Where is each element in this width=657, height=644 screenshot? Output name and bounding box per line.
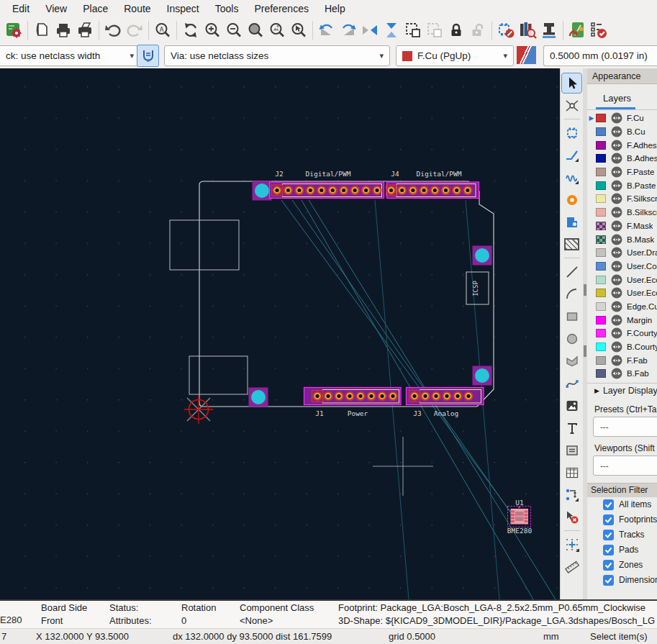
search-footprints-button[interactable]: [517, 19, 538, 41]
pad[interactable]: [456, 394, 460, 398]
pad[interactable]: [370, 394, 373, 398]
layer-row-b-adhesive[interactable]: B.Adhesive: [587, 152, 657, 165]
menu-route[interactable]: Route: [116, 1, 158, 16]
rotate-cw-button[interactable]: [337, 19, 359, 41]
pad[interactable]: [320, 189, 323, 192]
layer-row-f-paste[interactable]: F.Paste: [587, 165, 657, 179]
add-image-tool-button[interactable]: [562, 396, 581, 415]
zoom-selection-button[interactable]: [288, 19, 309, 41]
layer-color-swatch[interactable]: [596, 329, 606, 337]
zoom-fit-button[interactable]: [245, 19, 266, 41]
visibility-eye-icon[interactable]: [611, 140, 622, 151]
pad[interactable]: [359, 394, 363, 398]
pad[interactable]: [391, 394, 395, 398]
layer-row-user-comments[interactable]: User.Comments: [587, 260, 657, 273]
visibility-eye-icon[interactable]: [611, 341, 622, 353]
layer-pair-indicator[interactable]: [517, 46, 536, 64]
layer-row-f-fab[interactable]: F.Fab: [587, 353, 657, 367]
pad[interactable]: [455, 189, 458, 192]
pad[interactable]: [381, 394, 384, 398]
draw-rectangle-tool-button[interactable]: [562, 307, 581, 326]
pad[interactable]: [297, 189, 301, 192]
layer-color-swatch[interactable]: [596, 369, 606, 378]
pad[interactable]: [466, 189, 469, 192]
drc-button[interactable]: [588, 19, 610, 41]
pad[interactable]: [353, 189, 357, 192]
layer-color-swatch[interactable]: [596, 343, 606, 351]
visibility-eye-icon[interactable]: [611, 220, 622, 232]
visibility-eye-icon[interactable]: [611, 260, 622, 272]
menu-preferences[interactable]: Preferences: [246, 1, 316, 16]
pad[interactable]: [276, 189, 279, 192]
find-button[interactable]: A: [152, 19, 173, 41]
footprint-u1[interactable]: [508, 507, 531, 527]
copy-button[interactable]: [31, 19, 53, 41]
ungroup-button[interactable]: [424, 19, 445, 41]
visibility-eye-icon[interactable]: [611, 180, 622, 191]
pad[interactable]: [444, 189, 448, 192]
visibility-eye-icon[interactable]: [611, 193, 622, 204]
layer-color-swatch[interactable]: [596, 208, 606, 217]
visibility-eye-icon[interactable]: [611, 112, 622, 124]
checkbox-checked[interactable]: [603, 530, 614, 540]
grid-select[interactable]: 0.5000 mm (0.0197 in): [543, 45, 657, 66]
layer-color-swatch[interactable]: [596, 154, 606, 163]
visibility-eye-icon[interactable]: [611, 274, 622, 286]
scrollbar-thumb[interactable]: [584, 345, 586, 357]
layer-color-swatch[interactable]: [596, 127, 606, 136]
visibility-eye-icon[interactable]: [611, 368, 622, 379]
pad[interactable]: [413, 394, 417, 398]
visibility-eye-icon[interactable]: [611, 234, 622, 245]
add-table-tool-button[interactable]: [562, 463, 581, 482]
local-ratsnest-tool-button[interactable]: [562, 96, 581, 115]
layer-row-b-cu[interactable]: B.Cu: [587, 125, 657, 139]
redo-button[interactable]: [124, 19, 145, 41]
pad[interactable]: [327, 394, 330, 398]
refresh-button[interactable]: [180, 19, 201, 41]
layer-display-section[interactable]: ▶ Layer Display: [587, 383, 657, 398]
menu-view[interactable]: View: [37, 1, 75, 16]
lock-button[interactable]: [445, 19, 467, 41]
visibility-eye-icon[interactable]: [611, 153, 622, 164]
flip-horizontal-button[interactable]: [359, 19, 381, 41]
visibility-eye-icon[interactable]: [611, 166, 622, 178]
update-pcb-button[interactable]: [566, 19, 588, 41]
pad[interactable]: [411, 189, 414, 192]
menu-edit[interactable]: Edit: [4, 1, 37, 16]
pcb-canvas[interactable]: ICSP J2 Digital/PWM: [0, 68, 560, 599]
delete-tool-button[interactable]: [562, 507, 581, 527]
pad[interactable]: [309, 189, 312, 192]
checkbox-checked[interactable]: [603, 499, 614, 510]
layer-color-swatch[interactable]: [596, 181, 606, 190]
tab-layers[interactable]: Layers: [587, 89, 641, 109]
layer-color-swatch[interactable]: [596, 316, 606, 325]
draw-bezier-tool-button[interactable]: [562, 373, 581, 393]
layer-row-b-courtyard[interactable]: B.Courtyard: [587, 340, 657, 354]
pad[interactable]: [286, 189, 290, 192]
draw-arc-tool-button[interactable]: [562, 284, 581, 304]
layer-row-f-adhesive[interactable]: F.Adhesive: [587, 138, 657, 152]
zoom-in-button[interactable]: [201, 19, 223, 41]
viewports-select[interactable]: ---: [593, 455, 657, 476]
layer-row-f-cu[interactable]: ▶F.Cu: [587, 112, 657, 125]
board-setup-button[interactable]: [3, 19, 24, 41]
print-button[interactable]: [53, 19, 74, 41]
tune-length-tool-button[interactable]: [562, 168, 581, 187]
layer-row-edge-cuts[interactable]: Edge.Cuts: [587, 300, 657, 314]
pad[interactable]: [433, 189, 437, 192]
pad[interactable]: [435, 394, 438, 398]
via-size-select[interactable]: Via: use netclass sizes ▾: [164, 45, 390, 66]
layer-row-f-courtyard[interactable]: F.Courtyard: [587, 327, 657, 340]
menu-help[interactable]: Help: [317, 1, 353, 16]
visibility-eye-icon[interactable]: [611, 314, 622, 326]
pad-stack-button[interactable]: [538, 19, 560, 41]
grid-origin-tool-button[interactable]: [562, 535, 581, 554]
measure-tool-button[interactable]: [562, 557, 581, 576]
checkbox-checked[interactable]: [603, 560, 614, 571]
scrollbar-thumb[interactable]: [584, 284, 586, 296]
layer-color-swatch[interactable]: [596, 356, 606, 365]
visibility-eye-icon[interactable]: [611, 355, 622, 366]
pad[interactable]: [316, 394, 320, 398]
pad[interactable]: [364, 189, 368, 192]
pad[interactable]: [445, 394, 449, 398]
